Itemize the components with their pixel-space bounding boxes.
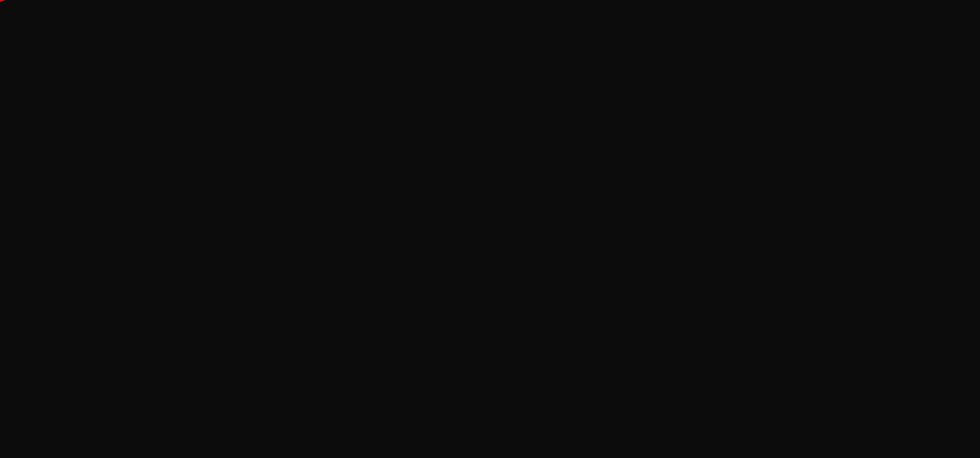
terminal-output[interactable] — [0, 66, 980, 458]
